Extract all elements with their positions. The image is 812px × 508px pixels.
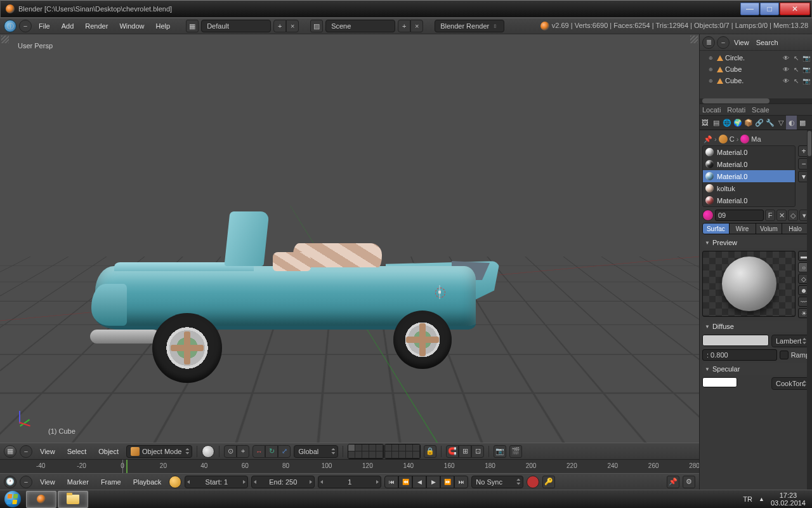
diffuse-intensity-slider[interactable]: : 0.800: [702, 349, 777, 361]
context-constraints[interactable]: 🔗: [754, 116, 764, 130]
jump-end-button[interactable]: ⏭: [454, 476, 468, 488]
specular-panel-header[interactable]: ▼Specular: [702, 363, 809, 375]
outliner-tree[interactable]: ⊕Circle.👁↖📷 ⊕Cube👁↖📷 ⊕Cube.👁↖📷: [700, 51, 812, 98]
material-slot-row[interactable]: Material.0: [703, 170, 795, 182]
shading-button[interactable]: [202, 445, 214, 458]
preview-panel-header[interactable]: ▼Preview: [702, 237, 809, 248]
3d-viewport[interactable]: User Persp: [0, 34, 699, 443]
collapse-menus-button[interactable]: −: [717, 36, 730, 49]
nodes-button[interactable]: ◇: [788, 210, 798, 221]
scene-add-button[interactable]: +: [398, 20, 410, 32]
menu-add[interactable]: Add: [57, 18, 79, 34]
screen-browse-button[interactable]: ▦: [186, 20, 199, 32]
pin-icon[interactable]: 📌: [704, 135, 712, 144]
context-render[interactable]: 🖼: [700, 116, 710, 130]
outliner-item[interactable]: ⊕Cube.👁↖📷: [701, 75, 811, 86]
play-button[interactable]: ▶: [426, 476, 440, 488]
context-scene[interactable]: 🌐: [721, 116, 732, 130]
render-engine-dropdown[interactable]: Blender Render⇳: [435, 20, 504, 32]
snap-toggle[interactable]: 🧲: [446, 445, 459, 458]
material-slot-row[interactable]: Material.0: [703, 146, 795, 158]
menu-search[interactable]: Search: [754, 35, 781, 50]
context-world[interactable]: 🌍: [732, 116, 743, 130]
orientation-dropdown[interactable]: Global: [294, 445, 338, 458]
sync-dropdown[interactable]: No Sync: [471, 476, 523, 488]
taskbar-item-blender[interactable]: [26, 491, 56, 508]
info-editor-icon[interactable]: ⓘ: [4, 20, 16, 32]
screen-add-button[interactable]: +: [273, 20, 286, 32]
pivot-button[interactable]: ⊙: [224, 445, 237, 458]
specular-color-swatch[interactable]: [702, 377, 737, 387]
timeline-options-button[interactable]: ⚙: [683, 476, 695, 488]
collapse-menus-button[interactable]: −: [20, 476, 32, 488]
camera-icon[interactable]: 📷: [802, 53, 811, 62]
outliner-item[interactable]: ⊕Cube👁↖📷: [701, 64, 811, 75]
material-browse-button[interactable]: [702, 210, 714, 221]
keyframe-next-button[interactable]: ⏩: [440, 476, 454, 488]
screen-layout-dropdown[interactable]: Default: [201, 20, 271, 32]
diffuse-ramp-checkbox[interactable]: [780, 351, 789, 359]
eye-icon[interactable]: 👁: [782, 53, 790, 62]
screen-remove-button[interactable]: ×: [286, 20, 299, 32]
snap-target[interactable]: ⊡: [471, 445, 484, 458]
manipulator-toggle[interactable]: ⌖: [237, 445, 249, 458]
3d-cursor[interactable]: [433, 285, 447, 299]
render-anim-button[interactable]: 🎬: [509, 445, 522, 458]
snap-element[interactable]: ⊞: [459, 445, 471, 458]
window-minimize-button[interactable]: —: [740, 3, 759, 15]
auto-keyframe-button[interactable]: [527, 476, 539, 488]
menu-object[interactable]: Object: [94, 444, 123, 459]
fake-user-button[interactable]: F: [765, 210, 775, 221]
tray-chevron-icon[interactable]: ▲: [759, 496, 764, 502]
diffuse-shader-dropdown[interactable]: Lambert: [771, 335, 809, 347]
transform-tabs[interactable]: LocatiRotatiScale: [700, 104, 812, 116]
use-preview-range[interactable]: [169, 476, 181, 488]
timeline-ruler[interactable]: -40-200204060801001201401601802002202402…: [0, 459, 699, 473]
menu-view[interactable]: View: [36, 474, 60, 490]
material-slot-row[interactable]: Material.0: [703, 158, 795, 170]
specular-shader-dropdown[interactable]: LambertCookTorr: [771, 377, 809, 390]
camera-icon[interactable]: 📷: [802, 76, 811, 85]
material-type-toggle[interactable]: Surfac Wire Volum Halo: [702, 223, 809, 234]
menu-view[interactable]: View: [36, 444, 60, 459]
context-object[interactable]: 📦: [743, 116, 754, 130]
collapse-menus-button[interactable]: −: [20, 445, 32, 458]
keyframe-prev-button[interactable]: ⏪: [398, 476, 412, 488]
cursor-icon[interactable]: ↖: [792, 53, 801, 62]
diffuse-panel-header[interactable]: ▼Diffuse: [702, 321, 809, 332]
current-frame-field[interactable]: 1: [318, 476, 381, 488]
menu-window[interactable]: Window: [115, 18, 148, 34]
tray-clock[interactable]: 17:23 03.02.2014: [771, 491, 806, 507]
editor-type-button[interactable]: ≣: [702, 36, 715, 49]
cursor-icon[interactable]: ↖: [792, 76, 801, 85]
menu-frame[interactable]: Frame: [96, 474, 126, 490]
menu-playback[interactable]: Playback: [129, 474, 166, 490]
menu-render[interactable]: Render: [81, 18, 112, 34]
window-maximize-button[interactable]: □: [760, 3, 779, 15]
cursor-icon[interactable]: ↖: [792, 65, 801, 74]
context-data[interactable]: ▽: [775, 116, 786, 130]
eye-icon[interactable]: 👁: [782, 76, 790, 85]
mesh-object-car[interactable]: [95, 247, 488, 342]
translate-manipulator[interactable]: ↔: [252, 445, 265, 458]
menu-help[interactable]: Help: [152, 18, 175, 34]
taskbar-item-explorer[interactable]: [58, 491, 88, 508]
mode-dropdown[interactable]: Object Mode: [126, 445, 192, 458]
context-modifiers[interactable]: 🔧: [764, 116, 775, 130]
context-texture[interactable]: ▩: [797, 116, 808, 130]
jump-start-button[interactable]: ⏮: [384, 476, 398, 488]
collapse-menus-button[interactable]: −: [19, 20, 32, 32]
scene-remove-button[interactable]: ×: [410, 20, 423, 32]
editor-type-button[interactable]: ▦: [4, 445, 16, 458]
material-unlink-button[interactable]: ✕: [776, 210, 787, 221]
timeline-cursor[interactable]: [126, 460, 128, 473]
context-layers[interactable]: ▤: [710, 116, 721, 130]
menu-select[interactable]: Select: [63, 444, 91, 459]
window-close-button[interactable]: ✕: [780, 3, 810, 15]
editor-type-button[interactable]: 🕐: [4, 476, 16, 488]
layer-buttons[interactable]: [348, 444, 421, 459]
area-splitter[interactable]: [690, 36, 698, 43]
scene-dropdown[interactable]: Scene: [325, 20, 395, 32]
properties-vscroll[interactable]: [807, 130, 812, 490]
outliner-hscroll[interactable]: [700, 98, 812, 104]
